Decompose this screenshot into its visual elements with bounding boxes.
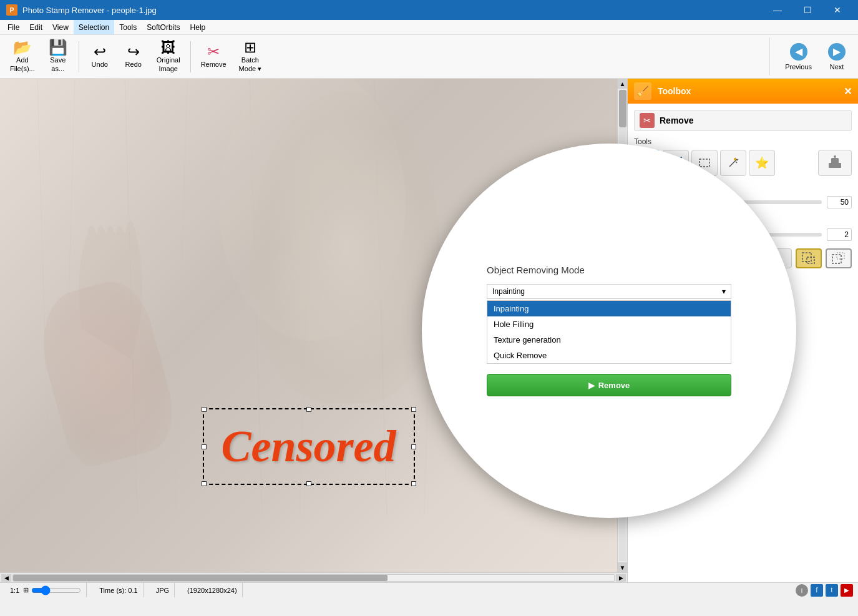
- menu-help[interactable]: Help: [185, 20, 211, 34]
- magic-wand-svg: [727, 157, 739, 169]
- svg-line-3: [175, 79, 187, 516]
- menu-selection[interactable]: Selection: [74, 20, 114, 34]
- dropdown-option-quick-remove[interactable]: Quick Remove: [487, 348, 731, 363]
- handle-bottom-right[interactable]: [411, 481, 416, 486]
- horizontal-scrollbar[interactable]: ◀ ▶: [0, 572, 627, 582]
- handle-top-right[interactable]: [411, 407, 416, 412]
- scroll-up-arrow[interactable]: ▲: [618, 79, 628, 89]
- handle-bottom-middle[interactable]: [306, 481, 311, 486]
- undo-button[interactable]: ↩ Undo: [84, 39, 115, 75]
- object-removing-mode-title: Object Removing Mode: [487, 265, 731, 275]
- zoom-slider[interactable]: [31, 585, 81, 595]
- remove-action-arrow-icon: ▶: [588, 381, 595, 390]
- title-bar-left: P Photo Stamp Remover - people-1.jpg: [6, 4, 157, 16]
- tool-smart-brush[interactable]: ⭐: [749, 150, 775, 176]
- close-button[interactable]: ✕: [823, 0, 852, 20]
- menu-softorbits[interactable]: SoftOrbits: [142, 20, 185, 34]
- toolbox-header: 🧹 Toolbox ✕: [628, 79, 858, 104]
- selection-icon-btn-2[interactable]: [826, 248, 852, 268]
- object-removing-mode-popup: Object Removing Mode Inpainting ▾ Inpain…: [422, 144, 796, 518]
- title-bar: P Photo Stamp Remover - people-1.jpg — ☐…: [0, 0, 858, 20]
- undo-label: Undo: [92, 61, 108, 69]
- handle-middle-right[interactable]: [411, 444, 416, 449]
- censored-area: Censored: [221, 421, 396, 472]
- tools-label: Tools: [634, 137, 852, 146]
- menu-view[interactable]: View: [47, 20, 74, 34]
- format-value: JPG: [156, 587, 169, 594]
- social-youtube-icon[interactable]: ▶: [841, 584, 853, 597]
- save-as-button[interactable]: 💾 Saveas...: [42, 39, 74, 75]
- remove-icon: ✂: [207, 44, 220, 59]
- tool-stamp[interactable]: [818, 150, 852, 176]
- selection-icon-btn-1[interactable]: [796, 248, 822, 268]
- dimensions-status: (1920x1280x24): [182, 583, 243, 597]
- toolbar: 📂 AddFile(s)... 💾 Saveas... ↩ Undo ↪ Red…: [0, 35, 858, 79]
- scroll-down-arrow[interactable]: ▼: [618, 562, 628, 572]
- toolbox-panel: 🧹 Toolbox ✕ ✂ Remove Tools ✏️ 🖌️: [627, 79, 858, 582]
- horizontal-scroll-track[interactable]: [12, 574, 615, 582]
- stamp-svg: [826, 154, 844, 172]
- scroll-right-arrow[interactable]: ▶: [616, 574, 626, 582]
- redo-label: Redo: [125, 61, 142, 69]
- svg-line-0: [37, 79, 50, 516]
- redo-icon: ↪: [127, 44, 140, 59]
- menu-edit[interactable]: Edit: [24, 20, 47, 34]
- dilate-value[interactable]: 2: [827, 228, 852, 241]
- original-image-icon: 🖼: [161, 40, 176, 55]
- prev-next-area: ◀ Previous ▶ Next: [769, 37, 853, 76]
- social-share-icon[interactable]: f: [811, 584, 823, 597]
- selection-box[interactable]: [202, 408, 414, 485]
- next-button[interactable]: ▶ Next: [821, 39, 853, 75]
- dropdown-option-inpainting[interactable]: Inpainting: [487, 301, 731, 316]
- social-twitter-icon[interactable]: t: [826, 584, 838, 597]
- status-bar: 1:1 ⊞ Time (s): 0.1 JPG (1920x1280x24) i…: [0, 582, 858, 597]
- undo-icon: ↩: [94, 44, 106, 59]
- svg-rect-12: [831, 158, 839, 164]
- popup-inner: Object Removing Mode Inpainting ▾ Inpain…: [474, 258, 744, 403]
- color-fuzziness-value[interactable]: 50: [827, 196, 852, 208]
- dropdown-option-texture-generation[interactable]: Texture generation: [487, 332, 731, 348]
- toolbox-close-button[interactable]: ✕: [844, 86, 852, 97]
- batch-mode-button[interactable]: ⊞ BatchMode ▾: [234, 39, 267, 75]
- time-label: Time (s):: [99, 587, 126, 594]
- dropdown-option-hole-filling[interactable]: Hole Filling: [487, 316, 731, 332]
- redo-button[interactable]: ↪ Redo: [118, 39, 149, 75]
- menu-bar: File Edit View Selection Tools SoftOrbit…: [0, 20, 858, 35]
- zoom-control[interactable]: 1:1 ⊞: [10, 585, 81, 595]
- horizontal-scroll-thumb[interactable]: [13, 575, 388, 581]
- dropdown-current-value: Inpainting: [492, 287, 525, 296]
- handle-bottom-left[interactable]: [201, 481, 206, 486]
- remove-action-button[interactable]: ▶ Remove: [487, 374, 731, 396]
- handle-middle-left[interactable]: [201, 444, 206, 449]
- sel-load-icon: [832, 252, 846, 265]
- zoom-status: 1:1 ⊞: [5, 583, 87, 597]
- toolbar-separator-1: [79, 41, 79, 72]
- zoom-fit-icon[interactable]: ⊞: [23, 586, 29, 594]
- remove-button[interactable]: ✂ Remove: [196, 39, 232, 75]
- scroll-left-arrow[interactable]: ◀: [1, 574, 11, 582]
- dropdown-current[interactable]: Inpainting ▾: [487, 284, 731, 299]
- toolbox-title: Toolbox: [658, 86, 691, 96]
- social-icons: i f t ▶: [796, 584, 853, 597]
- next-label: Next: [830, 63, 844, 71]
- maximize-button[interactable]: ☐: [793, 0, 822, 20]
- original-image-button[interactable]: 🖼 OriginalImage: [152, 39, 185, 75]
- dimensions-value: (1920x1280x24): [187, 587, 237, 594]
- info-icon[interactable]: i: [796, 584, 808, 597]
- window-title: Photo Stamp Remover - people-1.jpg: [22, 6, 157, 15]
- menu-tools[interactable]: Tools: [114, 20, 142, 34]
- handle-top-middle[interactable]: [306, 407, 311, 412]
- vertical-scroll-thumb[interactable]: [619, 90, 626, 127]
- add-files-button[interactable]: 📂 AddFile(s)...: [5, 39, 40, 75]
- remove-section-header: ✂ Remove: [634, 110, 852, 131]
- menu-file[interactable]: File: [2, 20, 24, 34]
- minimize-button[interactable]: —: [763, 0, 792, 20]
- time-value: 0.1: [128, 587, 137, 594]
- save-as-label: Saveas...: [50, 56, 66, 72]
- handle-top-left[interactable]: [201, 407, 206, 412]
- main-area: Censored ▲ ▼ ◀ ▶: [0, 79, 858, 582]
- save-as-icon: 💾: [49, 40, 67, 55]
- previous-button[interactable]: ◀ Previous: [778, 39, 819, 75]
- remove-section-icon: ✂: [640, 113, 655, 128]
- tool-magic-wand[interactable]: [720, 150, 746, 176]
